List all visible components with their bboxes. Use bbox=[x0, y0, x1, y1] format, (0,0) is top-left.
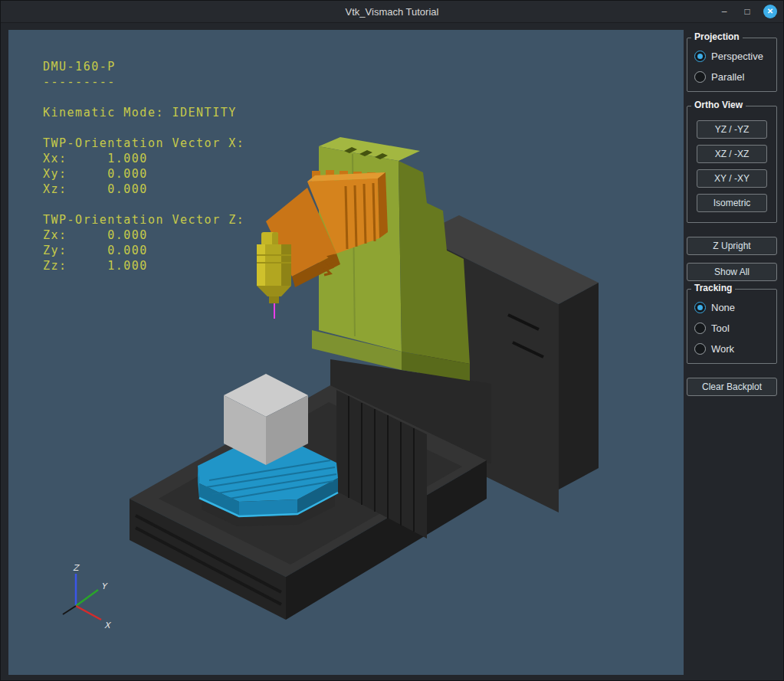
radio-indicator-icon bbox=[694, 71, 706, 83]
radio-tracking-work-label: Work bbox=[711, 343, 734, 355]
ortho-view-group-label: Ortho View bbox=[691, 100, 746, 110]
radio-indicator-icon bbox=[694, 322, 706, 334]
radio-tracking-tool-label: Tool bbox=[711, 322, 730, 334]
tracking-group: Tracking None Tool Work bbox=[687, 289, 777, 364]
minimize-button[interactable]: – bbox=[717, 5, 731, 18]
kinematics-overlay-text: DMU-160-P --------- Kinematic Mode: IDEN… bbox=[43, 59, 244, 273]
xz-view-button[interactable]: XZ / -XZ bbox=[697, 145, 767, 163]
axis-triad: Z Y X bbox=[63, 563, 112, 630]
radio-tracking-none-label: None bbox=[711, 302, 735, 313]
radio-parallel[interactable]: Parallel bbox=[691, 67, 773, 87]
radio-indicator-icon bbox=[694, 51, 706, 62]
radio-tracking-tool[interactable]: Tool bbox=[691, 318, 773, 339]
window-title: Vtk_Vismach Tutorial bbox=[346, 6, 439, 18]
tool-spindle bbox=[257, 232, 291, 319]
yz-view-button[interactable]: YZ / -YZ bbox=[697, 120, 767, 139]
x-axis-label: X bbox=[104, 620, 112, 630]
z-axis-label: Z bbox=[73, 563, 80, 573]
x-axis-arrow bbox=[76, 606, 101, 620]
radio-parallel-label: Parallel bbox=[711, 71, 744, 83]
tracking-group-label: Tracking bbox=[691, 283, 735, 293]
clear-backplot-button[interactable]: Clear Backplot bbox=[687, 378, 777, 396]
radio-perspective[interactable]: Perspective bbox=[691, 46, 773, 67]
isometric-view-button[interactable]: Isometric bbox=[697, 194, 767, 212]
z-upright-button[interactable]: Z Upright bbox=[687, 237, 777, 255]
radio-tracking-none[interactable]: None bbox=[691, 297, 773, 318]
projection-group: Projection Perspective Parallel bbox=[687, 38, 777, 92]
projection-group-label: Projection bbox=[691, 31, 743, 42]
show-all-button[interactable]: Show All bbox=[687, 263, 777, 281]
radio-perspective-label: Perspective bbox=[711, 51, 763, 62]
control-sidebar: Projection Perspective Parallel Ortho Vi… bbox=[687, 38, 777, 404]
titlebar: Vtk_Vismach Tutorial – □ ✕ bbox=[1, 1, 783, 23]
y-axis-arrow bbox=[76, 590, 98, 606]
xy-view-button[interactable]: XY / -XY bbox=[697, 169, 767, 188]
radio-tracking-work[interactable]: Work bbox=[691, 339, 773, 359]
y-axis-label: Y bbox=[101, 581, 108, 591]
radio-indicator-icon bbox=[694, 302, 706, 313]
maximize-button[interactable]: □ bbox=[740, 5, 754, 18]
app-window: Vtk_Vismach Tutorial – □ ✕ bbox=[0, 0, 784, 681]
window-controls: – □ ✕ bbox=[717, 1, 777, 22]
radio-indicator-icon bbox=[694, 343, 706, 355]
viewport-3d[interactable]: Z Y X DMU-160-P --------- Kinematic Mode… bbox=[8, 30, 684, 675]
close-button[interactable]: ✕ bbox=[763, 5, 777, 18]
neg-axis-stub bbox=[63, 606, 76, 614]
ortho-view-group: Ortho View YZ / -YZ XZ / -XZ XY / -XY Is… bbox=[687, 106, 777, 223]
